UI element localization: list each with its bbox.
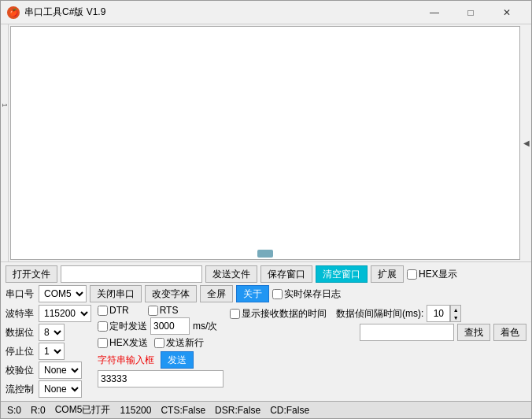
flow-control-row: 流控制 None <box>6 380 91 398</box>
text-display-area[interactable] <box>10 26 520 260</box>
char-input-label: 字符串输入框 <box>98 354 154 367</box>
send-newline-label: 发送新行 <box>166 336 204 350</box>
hex-display-checkbox-label[interactable]: HEX显示 <box>407 268 457 281</box>
title-bar: 🍎 串口工具C#版 V1.9 — □ ✕ <box>1 1 531 24</box>
search-input[interactable] <box>360 324 454 341</box>
status-bar: S:0 R:0 COM5已打开 115200 CTS:False DSR:Fal… <box>1 401 531 418</box>
fullscreen-button[interactable]: 全屏 <box>200 285 233 302</box>
file-path-input[interactable] <box>61 265 202 283</box>
parity-select[interactable]: None <box>39 362 82 379</box>
middle-settings: DTR RTS 定时发送 ms/次 <box>98 305 224 398</box>
send-value-row <box>98 370 224 387</box>
autosave-checkbox-label[interactable]: 实时保存日志 <box>272 287 341 301</box>
send-file-button[interactable]: 发送文件 <box>205 265 257 283</box>
clear-window-button[interactable]: 清空窗口 <box>316 265 368 283</box>
sidebar-marker-1: 1 <box>1 103 9 107</box>
rts-checkbox-label[interactable]: RTS <box>148 305 179 316</box>
data-bits-label: 数据位 <box>6 326 35 339</box>
parity-row: 校验位 None <box>6 362 91 379</box>
stop-bits-select[interactable]: 1 <box>39 343 65 360</box>
send-button[interactable]: 发送 <box>161 351 194 369</box>
stop-bits-label: 停止位 <box>6 345 35 358</box>
left-settings: 波特率 115200 数据位 8 停止位 1 <box>6 305 91 398</box>
window-controls: — □ ✕ <box>416 1 525 24</box>
hex-send-label: HEX发送 <box>109 336 148 350</box>
hex-display-label: HEX显示 <box>419 268 457 281</box>
close-port-button[interactable]: 关闭串口 <box>90 285 142 302</box>
expand-button[interactable]: 扩展 <box>371 265 404 283</box>
close-button[interactable]: ✕ <box>489 1 525 24</box>
settings-area: 波特率 115200 数据位 8 停止位 1 <box>6 305 526 398</box>
flow-control-label: 流控制 <box>6 383 35 396</box>
status-r: R:0 <box>31 405 46 416</box>
spinbox-buttons: ▲ ▼ <box>450 305 461 322</box>
autosave-label: 实时保存日志 <box>284 287 341 301</box>
show-recv-time-label[interactable]: 显示接收数据的时间 <box>230 307 327 321</box>
left-sidebar: 1 <box>1 24 9 261</box>
baud-row: 波特率 115200 <box>6 305 91 322</box>
hex-send-checkbox-label[interactable]: HEX发送 <box>98 336 148 350</box>
open-file-button[interactable]: 打开文件 <box>6 265 57 283</box>
scroll-indicator <box>257 250 273 258</box>
show-recv-time-text: 显示接收数据的时间 <box>242 307 327 321</box>
dtr-label: DTR <box>109 305 129 316</box>
hex-send-checkbox[interactable] <box>98 338 108 348</box>
status-dsr: DSR:False <box>215 405 260 416</box>
interval-label: 数据侦间隔时间(ms): <box>336 307 423 321</box>
toolbar-row: 打开文件 发送文件 保存窗口 清空窗口 扩展 HEX显示 <box>6 265 526 283</box>
port-row: 串口号 COM5 关闭串口 改变字体 全屏 关于 实时保存日志 <box>6 285 526 302</box>
spin-down-button[interactable]: ▼ <box>451 313 460 321</box>
timed-send-row: 定时发送 ms/次 <box>98 317 224 335</box>
window-title: 串口工具C#版 V1.9 <box>24 6 416 19</box>
main-window: 🍎 串口工具C#版 V1.9 — □ ✕ 1 ◀ 打开文件 发送文件 保存窗口 … <box>0 0 532 419</box>
port-select[interactable]: COM5 <box>39 285 87 302</box>
stop-bits-row: 停止位 1 <box>6 343 91 360</box>
about-button[interactable]: 关于 <box>236 285 269 302</box>
char-input-row: 字符串输入框 发送 <box>98 351 224 369</box>
rts-checkbox[interactable] <box>148 306 158 316</box>
send-newline-checkbox-label[interactable]: 发送新行 <box>154 336 204 350</box>
port-label: 串口号 <box>6 287 35 301</box>
save-window-button[interactable]: 保存窗口 <box>260 265 312 283</box>
hex-send-row: HEX发送 发送新行 <box>98 336 224 350</box>
dtr-checkbox-label[interactable]: DTR <box>98 305 129 316</box>
baud-label: 波特率 <box>6 307 35 321</box>
send-newline-checkbox[interactable] <box>154 338 164 348</box>
autosave-checkbox[interactable] <box>272 289 283 299</box>
timed-send-checkbox-label[interactable]: 定时发送 <box>98 320 147 333</box>
interval-input[interactable] <box>427 305 450 322</box>
data-bits-row: 数据位 8 <box>6 324 91 341</box>
rts-label: RTS <box>160 305 179 316</box>
search-row: 查找 着色 <box>230 324 526 341</box>
dtr-checkbox[interactable] <box>98 306 108 316</box>
spin-up-button[interactable]: ▲ <box>451 306 460 313</box>
timed-ms-unit: ms/次 <box>193 320 217 333</box>
status-s: S:0 <box>7 405 21 416</box>
show-recv-time-checkbox[interactable] <box>230 309 240 319</box>
app-icon: 🍎 <box>7 6 20 19</box>
right-arrow-icon: ◀ <box>523 139 530 147</box>
timed-send-checkbox[interactable] <box>98 321 108 332</box>
timed-send-label: 定时发送 <box>109 320 147 333</box>
baud-select[interactable]: 115200 <box>39 305 91 322</box>
interval-spinbox[interactable]: ▲ ▼ <box>427 305 461 322</box>
timed-ms-input[interactable] <box>150 317 190 335</box>
data-bits-select[interactable]: 8 <box>39 324 65 341</box>
maximize-button[interactable]: □ <box>453 1 489 24</box>
send-text-input[interactable] <box>98 370 224 387</box>
show-time-row: 显示接收数据的时间 数据侦间隔时间(ms): ▲ ▼ <box>230 305 526 322</box>
status-port: COM5已打开 <box>55 403 111 417</box>
color-button[interactable]: 着色 <box>493 324 526 341</box>
minimize-button[interactable]: — <box>416 1 453 24</box>
status-cts: CTS:False <box>161 405 205 416</box>
status-baud: 115200 <box>120 405 151 416</box>
hex-display-checkbox[interactable] <box>407 269 417 280</box>
status-cd: CD:False <box>270 405 309 416</box>
change-font-button[interactable]: 改变字体 <box>145 285 197 302</box>
right-sidebar[interactable]: ◀ <box>522 24 531 261</box>
flow-control-select[interactable]: None <box>39 380 82 398</box>
main-content-area: 1 ◀ <box>1 24 531 261</box>
controls-area: 打开文件 发送文件 保存窗口 清空窗口 扩展 HEX显示 串口号 COM5 关闭… <box>1 261 531 401</box>
dtr-rts-row: DTR RTS <box>98 305 224 316</box>
find-button[interactable]: 查找 <box>457 324 490 341</box>
